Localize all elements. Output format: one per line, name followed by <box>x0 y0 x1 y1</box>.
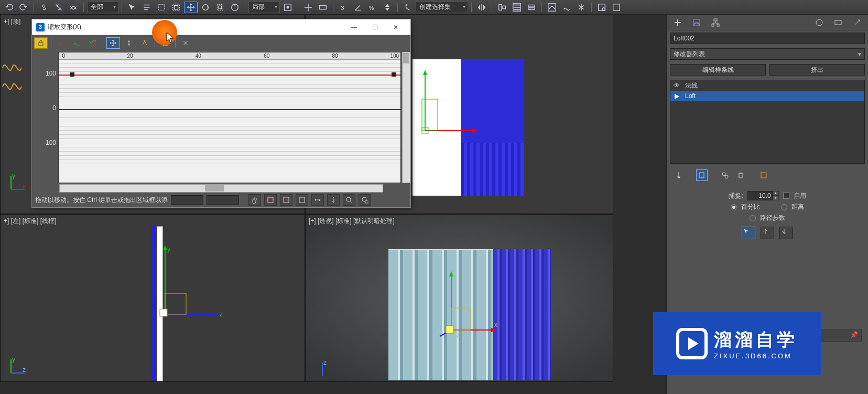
extrude-button[interactable]: 挤出 <box>769 64 865 76</box>
distance-radio[interactable] <box>781 204 787 210</box>
zoom-horiz-button[interactable] <box>280 194 292 206</box>
redo-button[interactable] <box>17 2 30 13</box>
object-name-field[interactable]: Loft002 <box>670 33 865 44</box>
modifier-row-normal[interactable]: 👁 法线 <box>670 80 864 91</box>
status-value-2[interactable] <box>207 195 239 205</box>
pin-stack-button[interactable] <box>673 169 685 181</box>
insert-cp-button[interactable] <box>138 37 151 49</box>
plot-area[interactable]: 0 20 40 60 80 100 <box>58 52 401 183</box>
schematic-view-button[interactable] <box>560 2 573 13</box>
watermark-play-icon <box>676 328 708 359</box>
expand-icon[interactable]: ▶ <box>672 92 681 100</box>
window-titlebar[interactable]: 3 缩放变形(X) — ☐ ✕ <box>32 19 410 35</box>
enable-checkbox[interactable] <box>783 193 789 199</box>
modifier-row-loft[interactable]: ▶ Loft <box>670 91 864 101</box>
select-manipulate-button[interactable] <box>301 2 315 13</box>
deformation-curve[interactable] <box>59 74 400 76</box>
edit-named-sel-button[interactable] <box>401 2 415 13</box>
render-frame-button[interactable] <box>610 2 623 13</box>
percent-radio[interactable] <box>731 204 737 210</box>
link-button[interactable] <box>37 2 51 13</box>
named-selection-dropdown[interactable]: 创建选择集 <box>416 2 468 13</box>
material-editor-button[interactable] <box>574 2 588 13</box>
path-steps-radio[interactable] <box>750 215 756 221</box>
zoom-vert-button[interactable] <box>296 194 308 206</box>
keyboard-shortcut-button[interactable] <box>316 2 330 13</box>
configure-sets-button[interactable] <box>758 169 769 181</box>
scale-deformation-window: 3 缩放变形(X) — ☐ ✕ 100 0 -100 0 20 40 <box>31 19 411 208</box>
bind-button[interactable] <box>67 2 80 13</box>
tab-modify[interactable] <box>690 17 703 28</box>
tab-create[interactable] <box>671 17 685 28</box>
zoom-v-extents-button[interactable] <box>327 194 340 206</box>
use-pivot-button[interactable] <box>281 2 295 13</box>
snap-toggle-2d-button[interactable]: 3 <box>337 2 350 13</box>
curtain-loft-other <box>493 249 551 380</box>
select-place-button[interactable] <box>228 2 242 13</box>
scale-cp-button[interactable] <box>122 37 136 49</box>
mirror-button[interactable] <box>475 2 489 13</box>
modifier-stack[interactable]: 👁 法线 ▶ Loft <box>670 80 865 164</box>
display-y-axis-button[interactable] <box>70 37 84 49</box>
toggle-ribbon-button[interactable] <box>525 2 538 13</box>
tab-utilities[interactable] <box>850 17 864 28</box>
select-move-button[interactable] <box>184 2 198 13</box>
svg-rect-15 <box>528 5 535 7</box>
select-rotate-button[interactable] <box>199 2 212 13</box>
select-object-button[interactable] <box>125 2 139 13</box>
display-xy-axis-button[interactable] <box>86 37 100 49</box>
undo-button[interactable] <box>2 2 16 13</box>
zoom-h-extents-button[interactable] <box>311 194 324 206</box>
render-setup-button[interactable] <box>595 2 609 13</box>
select-by-name-button[interactable] <box>140 2 154 13</box>
align-button[interactable] <box>495 2 509 13</box>
maximize-button[interactable]: ☐ <box>364 20 385 35</box>
tab-motion[interactable] <box>812 17 826 28</box>
control-point-start[interactable] <box>70 72 74 77</box>
minimize-button[interactable]: — <box>343 20 364 35</box>
pan-button[interactable] <box>248 194 261 206</box>
symmetry-lock-button[interactable] <box>34 37 48 49</box>
zoom-region-button[interactable] <box>359 194 371 206</box>
unlink-button[interactable] <box>52 2 66 13</box>
snap-angle-button[interactable] <box>351 2 365 13</box>
reset-curve-button[interactable] <box>179 37 192 49</box>
edit-spline-label: 编辑样条线 <box>702 66 734 74</box>
remove-modifier-button[interactable] <box>735 169 746 181</box>
next-shape-button[interactable] <box>779 227 793 239</box>
snap-percent-button[interactable]: % <box>366 2 379 13</box>
make-unique-button[interactable] <box>719 169 731 181</box>
spinner-snap-button[interactable] <box>381 2 394 13</box>
modifier-list-dropdown[interactable]: 修改器列表 <box>670 48 865 60</box>
viewport-left[interactable]: +] [左] [标准] [线框] y z y z <box>0 214 305 382</box>
select-region-rect-button[interactable] <box>155 2 168 13</box>
selection-filter-dropdown[interactable]: 全部 <box>87 2 118 13</box>
layer-explorer-button[interactable] <box>510 2 524 13</box>
pick-shape-button[interactable] <box>742 227 755 239</box>
visibility-toggle-icon[interactable]: 👁 <box>672 82 681 89</box>
select-scale-button[interactable] <box>213 2 227 13</box>
curve-editor-button[interactable] <box>545 2 559 13</box>
select-region-window-button[interactable] <box>169 2 183 13</box>
viewport-perspective[interactable]: [+] [透视] [标准] [默认明暗处理] x z z <box>305 214 613 382</box>
snap-input[interactable] <box>747 191 773 200</box>
move-cp-button[interactable] <box>106 37 120 49</box>
edit-spline-button[interactable]: 编辑样条线 <box>670 64 766 76</box>
zoom-tool-button[interactable] <box>343 194 355 206</box>
close-button[interactable]: ✕ <box>385 20 406 35</box>
snap-spinner[interactable]: ▲▼ <box>747 191 779 200</box>
status-value-1[interactable] <box>171 195 203 205</box>
rollout-pin-icon[interactable]: 📌 <box>850 331 858 338</box>
deformation-graph[interactable]: 100 0 -100 0 20 40 60 80 100 <box>32 51 410 184</box>
ref-coord-dropdown[interactable]: 局部 <box>248 2 280 13</box>
tab-hierarchy[interactable] <box>709 17 722 28</box>
zoom-extents-button[interactable] <box>264 194 277 206</box>
watermark: 溜溜自学 ZIXUE.3D66.COM <box>653 312 821 375</box>
prev-shape-button[interactable] <box>761 227 774 239</box>
graph-v-scrollbar[interactable] <box>402 52 410 183</box>
show-end-result-button[interactable] <box>696 169 708 181</box>
tab-display[interactable] <box>831 17 845 28</box>
control-point-end[interactable] <box>392 72 396 77</box>
graph-h-scrollbar[interactable] <box>32 184 410 193</box>
display-x-axis-button[interactable] <box>55 37 68 49</box>
